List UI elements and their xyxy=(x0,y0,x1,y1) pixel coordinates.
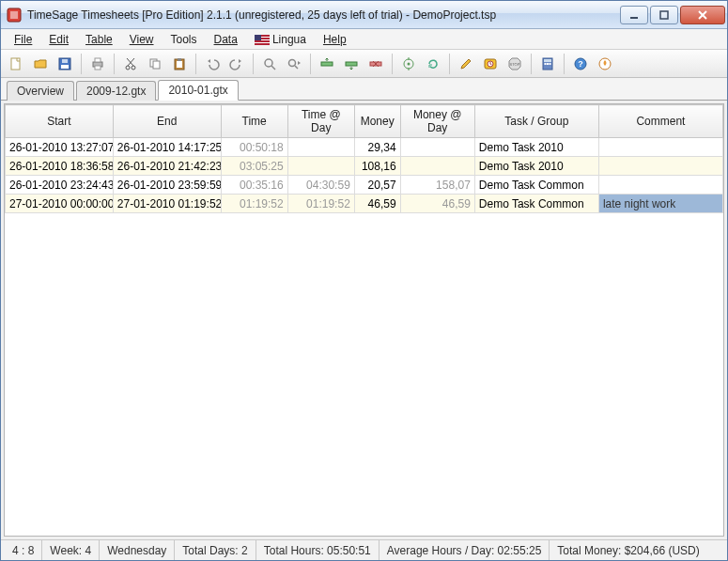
svg-point-13 xyxy=(126,66,130,70)
svg-text:STOP: STOP xyxy=(510,62,520,67)
svg-rect-11 xyxy=(95,58,101,62)
status-totaldays: Total Days: 2 xyxy=(175,540,256,560)
table-row[interactable]: 26-01-2010 13:27:0726-01-2010 14:17:2500… xyxy=(6,138,723,157)
col-header[interactable]: Money xyxy=(354,105,400,138)
cell-comment[interactable]: late night work xyxy=(598,195,722,213)
delete-row-button[interactable] xyxy=(364,53,387,75)
timer-button[interactable] xyxy=(479,53,502,75)
cell-start[interactable]: 26-01-2010 13:27:07 xyxy=(6,138,114,157)
cell-time[interactable]: 01:19:52 xyxy=(221,195,287,213)
cell-timeday[interactable]: 01:19:52 xyxy=(287,195,354,213)
menu-help[interactable]: Help xyxy=(316,31,354,48)
col-header[interactable]: Time @ Day xyxy=(287,105,354,138)
find-next-button[interactable] xyxy=(283,53,305,75)
save-button[interactable] xyxy=(54,53,76,75)
svg-rect-26 xyxy=(321,62,333,66)
svg-text:?: ? xyxy=(578,59,583,69)
cell-money[interactable]: 108,16 xyxy=(354,157,400,176)
svg-line-25 xyxy=(295,66,298,69)
close-button[interactable] xyxy=(680,6,725,24)
new-button[interactable] xyxy=(5,53,27,75)
col-header[interactable]: End xyxy=(113,105,221,138)
table-row[interactable]: 26-01-2010 18:36:5826-01-2010 21:42:2303… xyxy=(6,157,723,176)
cell-task[interactable]: Demo Task 2010 xyxy=(474,138,598,157)
copy-button[interactable] xyxy=(144,53,166,75)
cell-start[interactable]: 26-01-2010 23:24:43 xyxy=(6,176,114,195)
maximize-button[interactable] xyxy=(650,6,678,24)
goto-button[interactable] xyxy=(397,53,420,75)
cell-time[interactable]: 00:35:16 xyxy=(221,176,287,195)
help-button[interactable]: ? xyxy=(569,53,592,75)
menu-lingua[interactable]: Lingua xyxy=(247,31,314,48)
find-button[interactable] xyxy=(258,53,281,75)
cell-end[interactable]: 27-01-2010 01:19:52 xyxy=(113,195,221,213)
toolbar: STOP ? xyxy=(1,50,727,78)
minimize-button[interactable] xyxy=(620,6,648,24)
table-row[interactable]: 27-01-2010 00:00:0027-01-2010 01:19:5201… xyxy=(6,195,723,213)
tab-2009-12[interactable]: 2009-12.gtx xyxy=(76,81,156,101)
cell-comment[interactable] xyxy=(598,138,722,157)
cell-moneyday[interactable]: 158,07 xyxy=(400,176,474,195)
menu-table[interactable]: Table xyxy=(78,31,120,48)
svg-point-22 xyxy=(265,59,272,67)
home-button[interactable] xyxy=(594,53,616,75)
cut-button[interactable] xyxy=(119,53,142,75)
cell-money[interactable]: 46,59 xyxy=(354,195,400,213)
svg-rect-8 xyxy=(61,65,69,69)
cell-timeday[interactable] xyxy=(287,138,354,157)
col-header[interactable]: Money @ Day xyxy=(400,105,474,138)
svg-rect-21 xyxy=(178,58,181,61)
col-header[interactable]: Time xyxy=(221,105,287,138)
svg-point-24 xyxy=(289,59,296,66)
cell-comment[interactable] xyxy=(598,157,722,176)
col-header[interactable]: Start xyxy=(6,105,114,138)
window-title: TimeSage Timesheets [Pro Edition] 2.1.1 … xyxy=(27,8,620,22)
cell-timeday[interactable]: 04:30:59 xyxy=(287,176,354,195)
open-button[interactable] xyxy=(29,53,52,75)
cell-comment[interactable] xyxy=(598,176,722,195)
stop-button[interactable]: STOP xyxy=(503,53,526,75)
insert-row-before-button[interactable] xyxy=(316,53,338,75)
cell-money[interactable]: 20,57 xyxy=(354,176,400,195)
paste-button[interactable] xyxy=(168,53,191,75)
cell-task[interactable]: Demo Task Common xyxy=(474,195,598,213)
separator xyxy=(114,54,115,74)
edit-button[interactable] xyxy=(455,53,477,75)
cell-money[interactable]: 29,34 xyxy=(354,138,400,157)
calculator-button[interactable] xyxy=(536,53,559,75)
cell-time[interactable]: 00:50:18 xyxy=(221,138,287,157)
col-header[interactable]: Comment xyxy=(598,105,722,138)
cell-end[interactable]: 26-01-2010 21:42:23 xyxy=(113,157,221,176)
cell-task[interactable]: Demo Task Common xyxy=(474,176,598,195)
col-header[interactable]: Task / Group xyxy=(474,105,598,138)
cell-timeday[interactable] xyxy=(287,157,354,176)
window-buttons xyxy=(620,6,725,24)
cell-task[interactable]: Demo Task 2010 xyxy=(474,157,598,176)
undo-button[interactable] xyxy=(201,53,224,75)
print-button[interactable] xyxy=(86,53,109,75)
tab-2010-01[interactable]: 2010-01.gtx xyxy=(158,80,238,101)
refresh-button[interactable] xyxy=(422,53,444,75)
menu-file[interactable]: File xyxy=(7,31,39,48)
menubar: File Edit Table View Tools Data Lingua H… xyxy=(1,29,727,50)
menu-edit[interactable]: Edit xyxy=(41,31,76,48)
tab-overview[interactable]: Overview xyxy=(7,81,74,101)
cell-end[interactable]: 26-01-2010 23:59:59 xyxy=(113,176,221,195)
cell-start[interactable]: 26-01-2010 18:36:58 xyxy=(6,157,114,176)
cell-start[interactable]: 27-01-2010 00:00:00 xyxy=(6,195,114,213)
cell-time[interactable]: 03:05:25 xyxy=(221,157,287,176)
cell-moneyday[interactable] xyxy=(400,138,474,157)
cell-moneyday[interactable] xyxy=(400,157,474,176)
cell-moneyday[interactable]: 46,59 xyxy=(400,195,474,213)
table-row[interactable]: 26-01-2010 23:24:4326-01-2010 23:59:5900… xyxy=(6,176,723,195)
insert-row-after-button[interactable] xyxy=(340,53,363,75)
cell-end[interactable]: 26-01-2010 14:17:25 xyxy=(113,138,221,157)
separator xyxy=(81,54,82,74)
menu-view[interactable]: View xyxy=(122,31,162,48)
redo-button[interactable] xyxy=(225,53,248,75)
status-pos: 4 : 8 xyxy=(5,540,42,560)
menu-data[interactable]: Data xyxy=(207,31,245,48)
svg-rect-12 xyxy=(95,66,101,70)
menu-tools[interactable]: Tools xyxy=(163,31,205,48)
grid-container[interactable]: StartEndTimeTime @ DayMoneyMoney @ DayTa… xyxy=(4,103,724,537)
